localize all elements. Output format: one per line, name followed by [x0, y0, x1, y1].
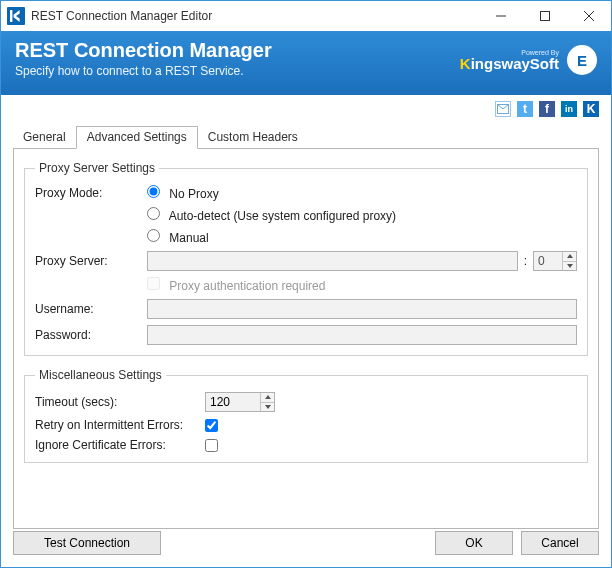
proxy-mode-auto-radio[interactable]	[147, 207, 160, 220]
proxy-username-input[interactable]	[147, 299, 577, 319]
close-button[interactable]	[567, 1, 611, 31]
proxy-mode-manual-radio[interactable]	[147, 229, 160, 242]
proxy-mode-no-proxy[interactable]: No Proxy	[147, 185, 219, 201]
proxy-settings-legend: Proxy Server Settings	[35, 161, 159, 175]
timeout-down-icon[interactable]	[261, 403, 274, 412]
misc-settings-legend: Miscellaneous Settings	[35, 368, 166, 382]
window-title: REST Connection Manager Editor	[31, 9, 479, 23]
retry-label: Retry on Intermittent Errors:	[35, 418, 205, 432]
tab-panel-advanced: Proxy Server Settings Proxy Mode: No Pro…	[13, 149, 599, 529]
proxy-auth-required[interactable]: Proxy authentication required	[147, 277, 325, 293]
proxy-password-label: Password:	[35, 328, 147, 342]
ignore-cert-checkbox[interactable]	[205, 439, 218, 452]
minimize-button[interactable]	[479, 1, 523, 31]
test-connection-button[interactable]: Test Connection	[13, 531, 161, 555]
proxy-auth-checkbox[interactable]	[147, 277, 160, 290]
proxy-mode-manual-label: Manual	[169, 231, 208, 245]
proxy-mode-manual[interactable]: Manual	[147, 229, 209, 245]
proxy-port-stepper[interactable]	[533, 251, 577, 271]
proxy-settings-group: Proxy Server Settings Proxy Mode: No Pro…	[24, 161, 588, 356]
brand-block: Powered By KingswaySoft E	[460, 45, 597, 75]
proxy-mode-no-proxy-radio[interactable]	[147, 185, 160, 198]
mail-icon[interactable]	[495, 101, 511, 117]
kingswaysoft-logo: Powered By KingswaySoft	[460, 49, 559, 71]
timeout-label: Timeout (secs):	[35, 395, 205, 409]
proxy-mode-auto[interactable]: Auto-detect (Use system configured proxy…	[147, 207, 396, 223]
content-area: General Advanced Settings Custom Headers…	[1, 123, 611, 533]
proxy-mode-auto-label: Auto-detect (Use system configured proxy…	[169, 209, 396, 223]
titlebar: REST Connection Manager Editor	[1, 1, 611, 31]
misc-settings-group: Miscellaneous Settings Timeout (secs): R…	[24, 368, 588, 463]
proxy-username-label: Username:	[35, 302, 147, 316]
proxy-server-input[interactable]	[147, 251, 518, 271]
share-bar: t f in K	[1, 95, 611, 123]
proxy-password-input[interactable]	[147, 325, 577, 345]
kingswaysoft-icon[interactable]: K	[583, 101, 599, 117]
tab-custom-headers[interactable]: Custom Headers	[198, 127, 308, 148]
proxy-server-label: Proxy Server:	[35, 254, 147, 268]
svg-rect-1	[541, 12, 550, 21]
tab-row: General Advanced Settings Custom Headers	[13, 125, 599, 149]
proxy-port-up-icon[interactable]	[563, 252, 576, 262]
timeout-stepper[interactable]	[205, 392, 275, 412]
brand-circle-icon: E	[567, 45, 597, 75]
tab-general[interactable]: General	[13, 127, 76, 148]
twitter-icon[interactable]: t	[517, 101, 533, 117]
tab-advanced-settings[interactable]: Advanced Settings	[76, 126, 198, 149]
timeout-up-icon[interactable]	[261, 393, 274, 403]
facebook-icon[interactable]: f	[539, 101, 555, 117]
proxy-port-down-icon[interactable]	[563, 262, 576, 271]
ok-button[interactable]: OK	[435, 531, 513, 555]
proxy-mode-no-proxy-label: No Proxy	[169, 187, 218, 201]
cancel-button[interactable]: Cancel	[521, 531, 599, 555]
header-banner: REST Connection Manager Specify how to c…	[1, 31, 611, 95]
proxy-mode-label: Proxy Mode:	[35, 186, 147, 200]
ignore-cert-label: Ignore Certificate Errors:	[35, 438, 205, 452]
linkedin-icon[interactable]: in	[561, 101, 577, 117]
app-logo-icon	[7, 7, 25, 25]
button-bar: Test Connection OK Cancel	[13, 531, 599, 555]
proxy-auth-label: Proxy authentication required	[169, 279, 325, 293]
proxy-port-separator: :	[524, 254, 527, 268]
brand-name: KingswaySoft	[460, 56, 559, 71]
retry-checkbox[interactable]	[205, 419, 218, 432]
maximize-button[interactable]	[523, 1, 567, 31]
